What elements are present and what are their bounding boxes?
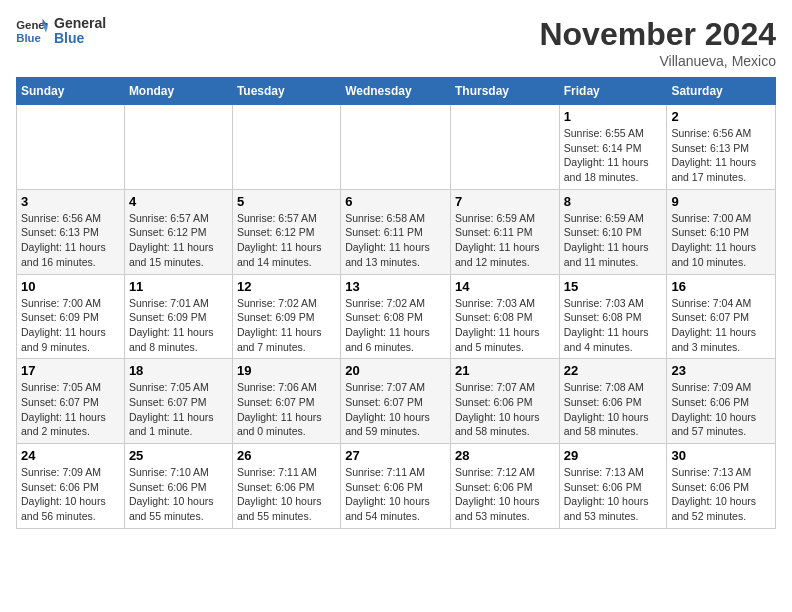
- day-number: 1: [564, 109, 663, 124]
- calendar-cell: 6Sunrise: 6:58 AM Sunset: 6:11 PM Daylig…: [341, 189, 451, 274]
- day-info: Sunrise: 7:00 AM Sunset: 6:10 PM Dayligh…: [671, 211, 771, 270]
- day-number: 18: [129, 363, 228, 378]
- day-number: 6: [345, 194, 446, 209]
- calendar-header-saturday: Saturday: [667, 78, 776, 105]
- day-info: Sunrise: 7:02 AM Sunset: 6:08 PM Dayligh…: [345, 296, 446, 355]
- calendar-cell: 3Sunrise: 6:56 AM Sunset: 6:13 PM Daylig…: [17, 189, 125, 274]
- calendar-cell: [124, 105, 232, 190]
- day-info: Sunrise: 6:59 AM Sunset: 6:11 PM Dayligh…: [455, 211, 555, 270]
- day-info: Sunrise: 7:13 AM Sunset: 6:06 PM Dayligh…: [564, 465, 663, 524]
- calendar-week-row: 10Sunrise: 7:00 AM Sunset: 6:09 PM Dayli…: [17, 274, 776, 359]
- calendar-header-sunday: Sunday: [17, 78, 125, 105]
- day-number: 12: [237, 279, 336, 294]
- logo-icon: General Blue: [16, 17, 48, 45]
- day-number: 4: [129, 194, 228, 209]
- day-info: Sunrise: 7:06 AM Sunset: 6:07 PM Dayligh…: [237, 380, 336, 439]
- calendar-cell: 25Sunrise: 7:10 AM Sunset: 6:06 PM Dayli…: [124, 444, 232, 529]
- day-info: Sunrise: 6:57 AM Sunset: 6:12 PM Dayligh…: [237, 211, 336, 270]
- day-number: 13: [345, 279, 446, 294]
- day-info: Sunrise: 7:03 AM Sunset: 6:08 PM Dayligh…: [455, 296, 555, 355]
- calendar-cell: [450, 105, 559, 190]
- logo: General Blue General Blue: [16, 16, 106, 47]
- day-number: 22: [564, 363, 663, 378]
- day-number: 17: [21, 363, 120, 378]
- calendar-cell: 8Sunrise: 6:59 AM Sunset: 6:10 PM Daylig…: [559, 189, 667, 274]
- calendar-cell: 14Sunrise: 7:03 AM Sunset: 6:08 PM Dayli…: [450, 274, 559, 359]
- day-info: Sunrise: 7:05 AM Sunset: 6:07 PM Dayligh…: [21, 380, 120, 439]
- svg-text:Blue: Blue: [16, 32, 41, 44]
- day-number: 28: [455, 448, 555, 463]
- day-info: Sunrise: 7:03 AM Sunset: 6:08 PM Dayligh…: [564, 296, 663, 355]
- day-number: 21: [455, 363, 555, 378]
- page-header: General Blue General Blue November 2024 …: [16, 16, 776, 69]
- calendar-week-row: 17Sunrise: 7:05 AM Sunset: 6:07 PM Dayli…: [17, 359, 776, 444]
- day-number: 9: [671, 194, 771, 209]
- calendar-cell: 2Sunrise: 6:56 AM Sunset: 6:13 PM Daylig…: [667, 105, 776, 190]
- calendar-cell: 12Sunrise: 7:02 AM Sunset: 6:09 PM Dayli…: [232, 274, 340, 359]
- title-block: November 2024 Villanueva, Mexico: [539, 16, 776, 69]
- day-number: 14: [455, 279, 555, 294]
- calendar-cell: 4Sunrise: 6:57 AM Sunset: 6:12 PM Daylig…: [124, 189, 232, 274]
- day-number: 3: [21, 194, 120, 209]
- day-info: Sunrise: 7:09 AM Sunset: 6:06 PM Dayligh…: [21, 465, 120, 524]
- calendar-cell: 18Sunrise: 7:05 AM Sunset: 6:07 PM Dayli…: [124, 359, 232, 444]
- calendar-cell: 17Sunrise: 7:05 AM Sunset: 6:07 PM Dayli…: [17, 359, 125, 444]
- day-number: 26: [237, 448, 336, 463]
- calendar-cell: 21Sunrise: 7:07 AM Sunset: 6:06 PM Dayli…: [450, 359, 559, 444]
- day-info: Sunrise: 7:09 AM Sunset: 6:06 PM Dayligh…: [671, 380, 771, 439]
- calendar-table: SundayMondayTuesdayWednesdayThursdayFrid…: [16, 77, 776, 529]
- day-number: 19: [237, 363, 336, 378]
- calendar-cell: 16Sunrise: 7:04 AM Sunset: 6:07 PM Dayli…: [667, 274, 776, 359]
- day-info: Sunrise: 7:01 AM Sunset: 6:09 PM Dayligh…: [129, 296, 228, 355]
- calendar-week-row: 24Sunrise: 7:09 AM Sunset: 6:06 PM Dayli…: [17, 444, 776, 529]
- day-number: 2: [671, 109, 771, 124]
- calendar-cell: 10Sunrise: 7:00 AM Sunset: 6:09 PM Dayli…: [17, 274, 125, 359]
- calendar-cell: 22Sunrise: 7:08 AM Sunset: 6:06 PM Dayli…: [559, 359, 667, 444]
- day-info: Sunrise: 7:04 AM Sunset: 6:07 PM Dayligh…: [671, 296, 771, 355]
- day-info: Sunrise: 7:07 AM Sunset: 6:06 PM Dayligh…: [455, 380, 555, 439]
- day-number: 20: [345, 363, 446, 378]
- calendar-cell: 15Sunrise: 7:03 AM Sunset: 6:08 PM Dayli…: [559, 274, 667, 359]
- calendar-cell: 7Sunrise: 6:59 AM Sunset: 6:11 PM Daylig…: [450, 189, 559, 274]
- calendar-header-row: SundayMondayTuesdayWednesdayThursdayFrid…: [17, 78, 776, 105]
- day-number: 23: [671, 363, 771, 378]
- calendar-cell: [232, 105, 340, 190]
- calendar-cell: 26Sunrise: 7:11 AM Sunset: 6:06 PM Dayli…: [232, 444, 340, 529]
- day-number: 5: [237, 194, 336, 209]
- calendar-cell: [17, 105, 125, 190]
- calendar-cell: 24Sunrise: 7:09 AM Sunset: 6:06 PM Dayli…: [17, 444, 125, 529]
- calendar-cell: 23Sunrise: 7:09 AM Sunset: 6:06 PM Dayli…: [667, 359, 776, 444]
- day-info: Sunrise: 6:55 AM Sunset: 6:14 PM Dayligh…: [564, 126, 663, 185]
- day-info: Sunrise: 7:12 AM Sunset: 6:06 PM Dayligh…: [455, 465, 555, 524]
- calendar-week-row: 3Sunrise: 6:56 AM Sunset: 6:13 PM Daylig…: [17, 189, 776, 274]
- day-number: 8: [564, 194, 663, 209]
- calendar-header-friday: Friday: [559, 78, 667, 105]
- calendar-cell: 30Sunrise: 7:13 AM Sunset: 6:06 PM Dayli…: [667, 444, 776, 529]
- day-info: Sunrise: 7:10 AM Sunset: 6:06 PM Dayligh…: [129, 465, 228, 524]
- day-number: 16: [671, 279, 771, 294]
- day-number: 30: [671, 448, 771, 463]
- calendar-cell: 29Sunrise: 7:13 AM Sunset: 6:06 PM Dayli…: [559, 444, 667, 529]
- calendar-week-row: 1Sunrise: 6:55 AM Sunset: 6:14 PM Daylig…: [17, 105, 776, 190]
- calendar-cell: 27Sunrise: 7:11 AM Sunset: 6:06 PM Dayli…: [341, 444, 451, 529]
- day-info: Sunrise: 6:56 AM Sunset: 6:13 PM Dayligh…: [21, 211, 120, 270]
- calendar-cell: 28Sunrise: 7:12 AM Sunset: 6:06 PM Dayli…: [450, 444, 559, 529]
- calendar-header-thursday: Thursday: [450, 78, 559, 105]
- day-number: 7: [455, 194, 555, 209]
- day-info: Sunrise: 7:05 AM Sunset: 6:07 PM Dayligh…: [129, 380, 228, 439]
- day-info: Sunrise: 6:56 AM Sunset: 6:13 PM Dayligh…: [671, 126, 771, 185]
- day-number: 15: [564, 279, 663, 294]
- calendar-cell: 1Sunrise: 6:55 AM Sunset: 6:14 PM Daylig…: [559, 105, 667, 190]
- logo-blue-text: Blue: [54, 31, 106, 46]
- calendar-cell: 13Sunrise: 7:02 AM Sunset: 6:08 PM Dayli…: [341, 274, 451, 359]
- day-info: Sunrise: 6:59 AM Sunset: 6:10 PM Dayligh…: [564, 211, 663, 270]
- day-number: 27: [345, 448, 446, 463]
- day-number: 29: [564, 448, 663, 463]
- calendar-cell: 19Sunrise: 7:06 AM Sunset: 6:07 PM Dayli…: [232, 359, 340, 444]
- day-info: Sunrise: 6:57 AM Sunset: 6:12 PM Dayligh…: [129, 211, 228, 270]
- day-info: Sunrise: 7:11 AM Sunset: 6:06 PM Dayligh…: [237, 465, 336, 524]
- day-info: Sunrise: 7:00 AM Sunset: 6:09 PM Dayligh…: [21, 296, 120, 355]
- day-info: Sunrise: 7:11 AM Sunset: 6:06 PM Dayligh…: [345, 465, 446, 524]
- calendar-header-wednesday: Wednesday: [341, 78, 451, 105]
- calendar-cell: 20Sunrise: 7:07 AM Sunset: 6:07 PM Dayli…: [341, 359, 451, 444]
